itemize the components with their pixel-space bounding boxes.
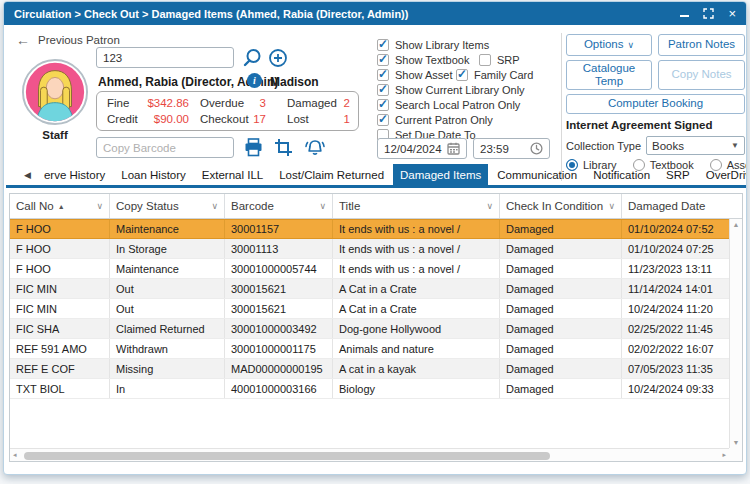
clock-icon[interactable] (530, 142, 543, 155)
close-button[interactable]: × (728, 7, 736, 20)
table-row[interactable]: FIC MIN Out 300015621 A Cat in a Crate D… (10, 299, 742, 319)
sort-asc-icon: ▲ (58, 203, 65, 210)
checkbox-box[interactable] (377, 99, 389, 111)
cell-call-no: FIC MIN (10, 279, 110, 298)
calendar-icon[interactable] (447, 142, 460, 155)
horizontal-scrollbar[interactable]: ◂ ▸ (10, 448, 729, 461)
tab-loan-history[interactable]: Loan History (114, 164, 193, 185)
column-header-damaged-date[interactable]: Damaged Date (622, 194, 731, 218)
checkbox-current-patron-only[interactable]: Current Patron Only (377, 113, 493, 126)
scroll-down-icon[interactable]: ▼ (733, 439, 740, 446)
options-button[interactable]: Options ∨ (566, 34, 652, 56)
cell-call-no: REF E COF (10, 359, 110, 378)
info-icon[interactable]: i (247, 73, 262, 88)
patron-avatar (21, 58, 89, 126)
crop-frame-button[interactable] (274, 138, 293, 157)
cell-title: Biology (333, 379, 500, 398)
table-header-row: Call No ▲ ∨ Copy Status ∨ Barcode ∨ Titl… (10, 194, 742, 219)
previous-patron-button[interactable]: ← Previous Patron (16, 32, 120, 48)
cell-check-in-condition: Damaged (500, 220, 622, 238)
column-header-barcode[interactable]: Barcode ∨ (225, 194, 333, 218)
table-row[interactable]: FIC MIN Out 300015621 A Cat in a Crate D… (10, 279, 742, 299)
cell-damaged-date: 02/25/2022 11:45 (622, 319, 731, 338)
due-time-value: 23:59 (480, 143, 509, 155)
print-button[interactable] (243, 137, 264, 158)
checkbox-box[interactable] (377, 69, 389, 81)
minimize-button[interactable] (680, 7, 689, 20)
tab-external-ill[interactable]: External ILL (195, 164, 270, 185)
column-menu-icon[interactable]: ∨ (486, 201, 493, 211)
table-row[interactable]: F HOO In Storage 30001113 It ends with u… (10, 239, 742, 259)
chevron-down-icon: ∨ (628, 40, 635, 50)
horizontal-scrollbar-thumb[interactable] (24, 452, 550, 460)
cell-copy-status: In Storage (110, 239, 225, 258)
tab-lost-claim-returned[interactable]: Lost/Claim Returned (272, 164, 391, 185)
column-label: Title (339, 200, 360, 212)
collection-type-select[interactable]: Books ▼ (646, 136, 745, 155)
scroll-left-icon[interactable]: ◂ (13, 451, 17, 459)
patron-notes-button[interactable]: Patron Notes (658, 34, 745, 56)
table-row[interactable]: F HOO Maintenance 30001000005744 It ends… (10, 259, 742, 279)
due-date-input[interactable]: 12/04/2024 (377, 138, 467, 159)
add-patron-button[interactable] (268, 48, 288, 68)
tab-scroll-left-button[interactable]: ◀ (6, 164, 37, 185)
cell-copy-status: Maintenance (110, 259, 225, 278)
cell-barcode: 30001113 (225, 239, 333, 258)
tab-damaged-items[interactable]: Damaged Items (393, 164, 488, 185)
checkbox-box[interactable] (479, 54, 491, 66)
column-menu-icon[interactable]: ∨ (608, 201, 615, 211)
column-menu-icon[interactable]: ∨ (96, 201, 103, 211)
patron-search-input[interactable] (96, 47, 234, 68)
computer-booking-button[interactable]: Computer Booking (566, 94, 745, 114)
printer-icon (243, 137, 264, 158)
table-row[interactable]: TXT BIOL In 40001000003166 Biology Damag… (10, 379, 742, 399)
vertical-scrollbar[interactable]: ▲ ▼ (729, 219, 742, 448)
cell-barcode: 30001000005744 (225, 259, 333, 278)
due-time-input[interactable]: 23:59 (473, 138, 550, 159)
tab-srp[interactable]: SRP (659, 164, 697, 185)
checkbox-box[interactable] (377, 84, 389, 96)
checkbox-show-textbook[interactable]: Show Textbook (377, 53, 469, 66)
copy-notes-button[interactable]: Copy Notes (658, 60, 745, 90)
checkbox-show-library-items[interactable]: Show Library Items (377, 38, 489, 51)
checkbox-search-local-patron-only[interactable]: Search Local Patron Only (377, 98, 520, 111)
tab-reserve-history[interactable]: erve History (37, 164, 112, 185)
cell-call-no: F HOO (10, 220, 110, 238)
checkbox-show-asset[interactable]: Show Asset (377, 68, 452, 81)
column-menu-icon[interactable]: ∨ (211, 201, 218, 211)
checkbox-box[interactable] (456, 69, 468, 81)
table-row[interactable]: REF 591 AMO Withdrawn 30001000001175 Ani… (10, 339, 742, 359)
alert-bell-button[interactable] (303, 138, 327, 158)
cell-copy-status: Out (110, 279, 225, 298)
back-arrow-icon: ← (16, 32, 30, 48)
checkbox-label: Show Textbook (395, 54, 469, 66)
column-header-call-no[interactable]: Call No ▲ ∨ (10, 194, 110, 218)
previous-patron-label: Previous Patron (38, 34, 120, 46)
copy-notes-label: Copy Notes (671, 68, 731, 81)
checkbox-box[interactable] (377, 54, 389, 66)
catalogue-temp-button[interactable]: Catalogue Temp (566, 60, 652, 90)
table-row[interactable]: REF E COF Missing MAD00000000195 A cat i… (10, 359, 742, 379)
copy-barcode-input[interactable] (96, 137, 234, 158)
checkbox-family-card[interactable]: Family Card (456, 68, 533, 81)
table-row[interactable]: FIC SHA Claimed Returned 30001000003492 … (10, 319, 742, 339)
cell-check-in-condition: Damaged (500, 319, 622, 338)
tab-overdrive[interactable]: OverDrive (699, 164, 747, 185)
search-patron-button[interactable] (241, 47, 263, 69)
column-menu-icon[interactable]: ∨ (319, 201, 326, 211)
tab-notification[interactable]: Notification (586, 164, 657, 185)
restore-button[interactable] (703, 8, 714, 19)
plus-circle-icon (268, 48, 288, 68)
checkbox-box[interactable] (377, 39, 389, 51)
checkbox-box[interactable] (377, 114, 389, 126)
column-header-copy-status[interactable]: Copy Status ∨ (110, 194, 225, 218)
cell-check-in-condition: Damaged (500, 379, 622, 398)
scroll-right-icon[interactable]: ▸ (722, 451, 726, 459)
table-row[interactable]: F HOO Maintenance 30001157 It ends with … (10, 219, 742, 239)
checkbox-srp[interactable]: SRP (479, 53, 520, 66)
column-header-title[interactable]: Title ∨ (333, 194, 500, 218)
tab-communication[interactable]: Communication (490, 164, 584, 185)
checkbox-show-current-library-only[interactable]: Show Current Library Only (377, 83, 525, 96)
scroll-up-icon[interactable]: ▲ (733, 221, 740, 228)
column-header-check-in-condition[interactable]: Check In Condition ∨ (500, 194, 622, 218)
